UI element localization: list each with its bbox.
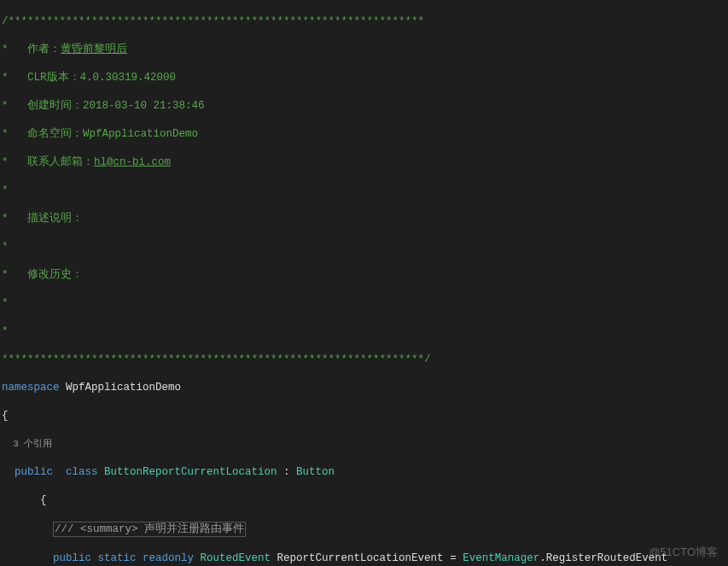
- header-clr: * CLR版本：4.0.30319.42000: [2, 71, 728, 85]
- brace-open-2: {: [2, 493, 728, 508]
- namespace-line: namespace WpfApplicationDemo: [2, 381, 728, 395]
- header-namespace: * 命名空间：WpfApplicationDemo: [2, 127, 728, 142]
- header-created: * 创建时间：2018-03-10 21:38:46: [2, 99, 728, 114]
- header-blank2: *: [2, 240, 728, 254]
- header-history: * 修改历史：: [2, 268, 728, 283]
- class-declaration: public class ButtonReportCurrentLocation…: [2, 465, 728, 480]
- header-stars: /***************************************…: [2, 15, 728, 29]
- summary-1: /// <summary> 声明并注册路由事件: [2, 522, 728, 538]
- code-editor[interactable]: /***************************************…: [0, 0, 728, 566]
- header-stars-end: ****************************************…: [2, 353, 728, 367]
- watermark: @51CTO博客: [649, 546, 718, 560]
- brace-open: {: [2, 409, 728, 423]
- header-email: * 联系人邮箱：hl@cn-bi.com: [2, 155, 728, 170]
- header-blank1: *: [2, 184, 728, 198]
- header-blank3: *: [2, 296, 728, 311]
- register-event-line-1: public static readonly RoutedEvent Repor…: [2, 551, 728, 566]
- header-author: * 作者：黄昏前黎明后: [2, 43, 728, 57]
- references-link-3[interactable]: 3 个引用: [2, 437, 728, 452]
- header-blank4: *: [2, 324, 728, 339]
- header-desc: * 描述说明：: [2, 212, 728, 226]
